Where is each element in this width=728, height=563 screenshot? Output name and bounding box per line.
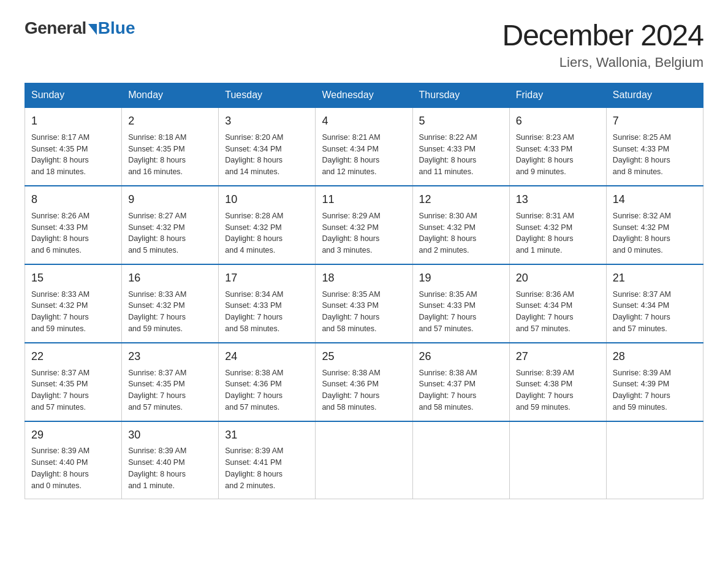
calendar-cell: 23Sunrise: 8:37 AMSunset: 4:35 PMDayligh… — [122, 343, 219, 421]
title-section: December 2024 Liers, Wallonia, Belgium — [502, 18, 703, 71]
day-number: 22 — [31, 348, 115, 366]
calendar-cell: 31Sunrise: 8:39 AMSunset: 4:41 PMDayligh… — [219, 421, 316, 499]
calendar-cell — [412, 421, 509, 499]
calendar-cell: 28Sunrise: 8:39 AMSunset: 4:39 PMDayligh… — [606, 343, 703, 421]
calendar-cell: 16Sunrise: 8:33 AMSunset: 4:32 PMDayligh… — [122, 264, 219, 343]
day-info: Sunrise: 8:31 AMSunset: 4:32 PMDaylight:… — [516, 210, 600, 256]
header-sunday: Sunday — [25, 83, 122, 108]
page-header: General Blue December 2024 Liers, Wallon… — [25, 18, 703, 71]
day-info: Sunrise: 8:37 AMSunset: 4:35 PMDaylight:… — [31, 367, 115, 413]
day-number: 26 — [419, 348, 503, 366]
day-info: Sunrise: 8:35 AMSunset: 4:33 PMDaylight:… — [322, 289, 406, 335]
header-thursday: Thursday — [412, 83, 509, 108]
day-info: Sunrise: 8:17 AMSunset: 4:35 PMDaylight:… — [31, 132, 115, 178]
day-number: 13 — [516, 191, 600, 209]
day-info: Sunrise: 8:39 AMSunset: 4:40 PMDaylight:… — [31, 445, 115, 491]
calendar-cell: 21Sunrise: 8:37 AMSunset: 4:34 PMDayligh… — [606, 264, 703, 343]
day-info: Sunrise: 8:18 AMSunset: 4:35 PMDaylight:… — [128, 132, 212, 178]
day-number: 11 — [322, 191, 406, 209]
day-info: Sunrise: 8:27 AMSunset: 4:32 PMDaylight:… — [128, 210, 212, 256]
day-info: Sunrise: 8:39 AMSunset: 4:38 PMDaylight:… — [516, 367, 600, 413]
calendar-cell: 24Sunrise: 8:38 AMSunset: 4:36 PMDayligh… — [219, 343, 316, 421]
day-number: 15 — [31, 270, 115, 287]
calendar-cell: 8Sunrise: 8:26 AMSunset: 4:33 PMDaylight… — [25, 186, 122, 264]
calendar-cell: 30Sunrise: 8:39 AMSunset: 4:40 PMDayligh… — [122, 421, 219, 499]
calendar-cell: 18Sunrise: 8:35 AMSunset: 4:33 PMDayligh… — [316, 264, 412, 343]
logo-general-text: General — [25, 18, 86, 38]
calendar-cell: 22Sunrise: 8:37 AMSunset: 4:35 PMDayligh… — [25, 343, 122, 421]
day-info: Sunrise: 8:21 AMSunset: 4:34 PMDaylight:… — [322, 132, 406, 178]
calendar-cell — [316, 421, 412, 499]
header-wednesday: Wednesday — [316, 83, 412, 108]
day-number: 27 — [516, 348, 600, 366]
logo-blue-text: Blue — [98, 18, 135, 38]
day-number: 14 — [613, 191, 697, 209]
day-info: Sunrise: 8:23 AMSunset: 4:33 PMDaylight:… — [516, 132, 600, 178]
calendar-table: SundayMondayTuesdayWednesdayThursdayFrid… — [25, 83, 703, 499]
day-info: Sunrise: 8:22 AMSunset: 4:33 PMDaylight:… — [419, 132, 503, 178]
calendar-cell: 11Sunrise: 8:29 AMSunset: 4:32 PMDayligh… — [316, 186, 412, 264]
calendar-cell: 27Sunrise: 8:39 AMSunset: 4:38 PMDayligh… — [509, 343, 606, 421]
day-info: Sunrise: 8:20 AMSunset: 4:34 PMDaylight:… — [225, 132, 309, 178]
day-info: Sunrise: 8:37 AMSunset: 4:34 PMDaylight:… — [613, 289, 697, 335]
day-number: 18 — [322, 270, 406, 287]
day-number: 25 — [322, 348, 406, 366]
calendar-cell — [606, 421, 703, 499]
day-info: Sunrise: 8:38 AMSunset: 4:36 PMDaylight:… — [322, 367, 406, 413]
calendar-cell: 5Sunrise: 8:22 AMSunset: 4:33 PMDaylight… — [412, 107, 509, 186]
calendar-week-row: 1Sunrise: 8:17 AMSunset: 4:35 PMDaylight… — [25, 107, 703, 186]
day-number: 29 — [31, 427, 115, 444]
day-number: 19 — [419, 270, 503, 287]
header-tuesday: Tuesday — [219, 83, 316, 108]
calendar-cell: 1Sunrise: 8:17 AMSunset: 4:35 PMDaylight… — [25, 107, 122, 186]
header-saturday: Saturday — [606, 83, 703, 108]
calendar-week-row: 29Sunrise: 8:39 AMSunset: 4:40 PMDayligh… — [25, 421, 703, 499]
calendar-week-row: 22Sunrise: 8:37 AMSunset: 4:35 PMDayligh… — [25, 343, 703, 421]
calendar-header-row: SundayMondayTuesdayWednesdayThursdayFrid… — [25, 83, 703, 108]
day-number: 12 — [419, 191, 503, 209]
day-info: Sunrise: 8:38 AMSunset: 4:36 PMDaylight:… — [225, 367, 309, 413]
day-number: 21 — [613, 270, 697, 287]
calendar-cell: 12Sunrise: 8:30 AMSunset: 4:32 PMDayligh… — [412, 186, 509, 264]
day-info: Sunrise: 8:36 AMSunset: 4:34 PMDaylight:… — [516, 289, 600, 335]
header-monday: Monday — [122, 83, 219, 108]
calendar-cell: 15Sunrise: 8:33 AMSunset: 4:32 PMDayligh… — [25, 264, 122, 343]
day-number: 10 — [225, 191, 309, 209]
calendar-cell: 7Sunrise: 8:25 AMSunset: 4:33 PMDaylight… — [606, 107, 703, 186]
calendar-cell: 4Sunrise: 8:21 AMSunset: 4:34 PMDaylight… — [316, 107, 412, 186]
day-info: Sunrise: 8:29 AMSunset: 4:32 PMDaylight:… — [322, 210, 406, 256]
day-info: Sunrise: 8:34 AMSunset: 4:33 PMDaylight:… — [225, 289, 309, 335]
calendar-cell: 9Sunrise: 8:27 AMSunset: 4:32 PMDaylight… — [122, 186, 219, 264]
day-info: Sunrise: 8:35 AMSunset: 4:33 PMDaylight:… — [419, 289, 503, 335]
day-info: Sunrise: 8:37 AMSunset: 4:35 PMDaylight:… — [128, 367, 212, 413]
calendar-cell — [509, 421, 606, 499]
calendar-cell: 10Sunrise: 8:28 AMSunset: 4:32 PMDayligh… — [219, 186, 316, 264]
day-info: Sunrise: 8:39 AMSunset: 4:39 PMDaylight:… — [613, 367, 697, 413]
logo-arrow-icon — [88, 24, 97, 35]
calendar-cell: 6Sunrise: 8:23 AMSunset: 4:33 PMDaylight… — [509, 107, 606, 186]
calendar-cell: 17Sunrise: 8:34 AMSunset: 4:33 PMDayligh… — [219, 264, 316, 343]
calendar-cell: 3Sunrise: 8:20 AMSunset: 4:34 PMDaylight… — [219, 107, 316, 186]
day-number: 4 — [322, 113, 406, 130]
day-number: 7 — [613, 113, 697, 130]
day-number: 23 — [128, 348, 212, 366]
calendar-week-row: 15Sunrise: 8:33 AMSunset: 4:32 PMDayligh… — [25, 264, 703, 343]
calendar-cell: 13Sunrise: 8:31 AMSunset: 4:32 PMDayligh… — [509, 186, 606, 264]
calendar-cell: 29Sunrise: 8:39 AMSunset: 4:40 PMDayligh… — [25, 421, 122, 499]
day-info: Sunrise: 8:33 AMSunset: 4:32 PMDaylight:… — [128, 289, 212, 335]
day-number: 30 — [128, 427, 212, 444]
day-number: 9 — [128, 191, 212, 209]
day-number: 20 — [516, 270, 600, 287]
day-number: 16 — [128, 270, 212, 287]
header-friday: Friday — [509, 83, 606, 108]
logo: General Blue — [25, 18, 135, 38]
day-number: 2 — [128, 113, 212, 130]
day-number: 17 — [225, 270, 309, 287]
day-number: 1 — [31, 113, 115, 130]
calendar-cell: 19Sunrise: 8:35 AMSunset: 4:33 PMDayligh… — [412, 264, 509, 343]
day-number: 28 — [613, 348, 697, 366]
calendar-cell: 26Sunrise: 8:38 AMSunset: 4:37 PMDayligh… — [412, 343, 509, 421]
location: Liers, Wallonia, Belgium — [502, 55, 703, 71]
day-number: 24 — [225, 348, 309, 366]
day-info: Sunrise: 8:30 AMSunset: 4:32 PMDaylight:… — [419, 210, 503, 256]
